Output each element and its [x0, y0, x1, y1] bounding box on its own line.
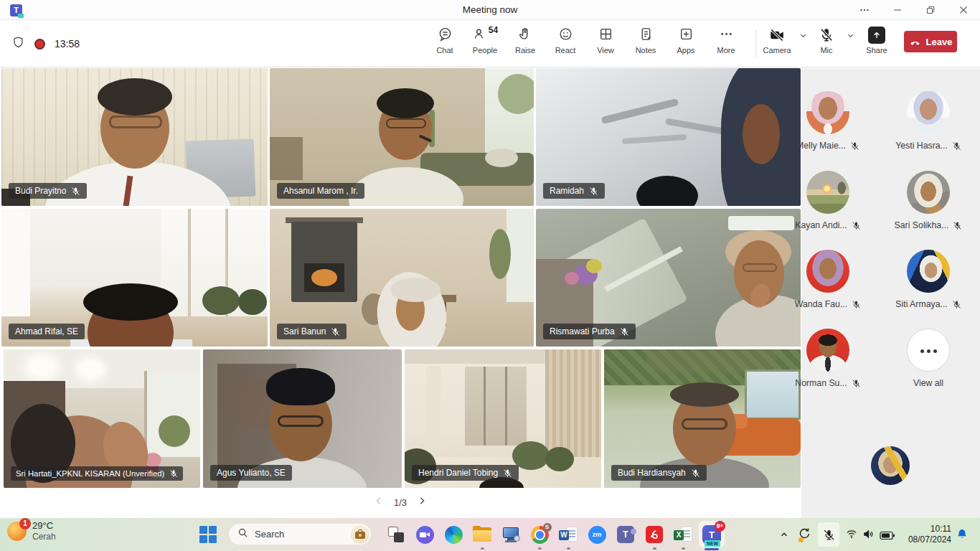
people-icon: 54 — [472, 27, 498, 44]
mic-off-icon — [331, 327, 340, 336]
video-tile[interactable]: Sari Banun — [270, 209, 534, 347]
previous-page-chevron[interactable] — [374, 496, 384, 509]
tray-clock[interactable]: 10:11 08/07/2024 — [900, 524, 951, 545]
mic-off-icon — [852, 221, 861, 230]
tray-date: 08/07/2024 — [900, 534, 951, 545]
apps-button[interactable]: Apps — [666, 27, 706, 55]
mic-off-icon — [589, 187, 598, 196]
notes-button[interactable]: Notes — [626, 27, 666, 55]
participant[interactable]: Kayan Andi... — [788, 171, 867, 230]
chat-icon — [438, 27, 453, 44]
window-title: Meeting now — [0, 4, 980, 15]
video-tile[interactable]: Budi Prayitno — [1, 68, 268, 206]
participant[interactable]: Norman Su... — [788, 329, 867, 388]
meeting-toolbar: 13:58 Chat 54 People Raise — [0, 20, 980, 67]
more-ellipsis-icon — [719, 27, 734, 44]
titlebar-more-icon[interactable] — [848, 0, 881, 20]
mic-off-icon — [691, 468, 700, 478]
mic-off-icon — [169, 469, 178, 478]
tray-battery-icon[interactable] — [880, 530, 895, 543]
recording-indicator-icon — [34, 39, 45, 50]
grid-pagination: 1/3 — [0, 489, 801, 515]
mic-off-icon — [852, 300, 861, 309]
share-arrow-icon — [868, 27, 885, 44]
participant[interactable]: Wanda Fau... — [788, 250, 867, 309]
page-indicator: 1/3 — [394, 497, 407, 508]
participant[interactable]: Melly Maie... — [788, 91, 867, 151]
avatar — [806, 171, 849, 214]
video-tile[interactable]: Ahmad Rifai, SE — [1, 209, 268, 347]
hangup-phone-icon — [909, 36, 921, 48]
mic-off-icon — [850, 141, 859, 151]
participant[interactable]: Yesti Hasra... — [889, 91, 968, 151]
view-all-ellipsis-icon — [907, 329, 950, 372]
avatar — [806, 329, 849, 372]
camera-button[interactable]: Camera — [760, 27, 793, 55]
next-page-chevron[interactable] — [417, 496, 427, 509]
mic-button[interactable]: Mic — [812, 27, 841, 55]
mic-off-icon — [819, 27, 834, 44]
tray-time: 10:11 — [900, 524, 951, 534]
tray-chevron-up-icon[interactable] — [779, 529, 789, 542]
mic-options-chevron[interactable] — [841, 27, 859, 44]
avatar — [806, 250, 849, 293]
self-video-avatar[interactable] — [871, 446, 910, 485]
camera-options-chevron[interactable] — [793, 27, 812, 44]
avatar — [907, 171, 950, 214]
mic-off-icon — [952, 141, 961, 151]
mic-off-icon — [620, 327, 629, 336]
mic-off-icon — [952, 300, 961, 309]
mic-off-icon — [953, 221, 962, 230]
chat-button[interactable]: Chat — [425, 27, 465, 55]
titlebar: T Meeting now — [0, 0, 980, 20]
camera-off-icon — [769, 27, 785, 44]
avatar — [907, 91, 950, 134]
avatar — [806, 91, 849, 134]
mic-off-icon — [71, 187, 80, 196]
people-button[interactable]: 54 People — [465, 27, 505, 55]
teams-meeting-window: T Meeting now 13:58 — [0, 0, 980, 551]
video-tile[interactable]: Rismawati Purba — [536, 209, 801, 347]
share-button[interactable]: Share — [859, 27, 894, 55]
apps-plus-icon — [679, 27, 694, 44]
windows-taskbar: 1 29°C Cerah Search S W zm T X — [0, 518, 980, 551]
security-shield-icon[interactable] — [11, 36, 25, 52]
notes-icon — [639, 27, 654, 44]
tray-sync-icon[interactable] — [798, 527, 811, 543]
video-tile[interactable]: Agus Yulianto, SE — [203, 349, 402, 488]
avatar — [907, 250, 950, 293]
tray-mic-muted-icon[interactable] — [818, 522, 839, 547]
mic-off-icon — [503, 468, 512, 478]
restore-button[interactable] — [914, 0, 947, 20]
tray-wifi-icon[interactable] — [845, 528, 858, 542]
react-smiley-icon — [558, 27, 573, 44]
minimize-button[interactable] — [881, 0, 914, 20]
meeting-timer: 13:58 — [55, 38, 80, 50]
more-button[interactable]: More — [706, 27, 746, 55]
video-tile[interactable]: Hendri Daniel Tobing — [405, 349, 601, 488]
video-tile[interactable]: Budi Hardiansyah — [604, 349, 801, 488]
tray-speaker-icon[interactable] — [862, 529, 875, 542]
raise-hand-icon — [518, 27, 533, 44]
leave-button[interactable]: Leave — [904, 31, 957, 52]
react-button[interactable]: React — [545, 27, 585, 55]
raise-hand-button[interactable]: Raise — [505, 27, 545, 55]
participant[interactable]: Siti Armaya... — [889, 250, 968, 309]
participants-sidebar: Melly Maie... Yesti Hasra... Kayan Andi.… — [801, 68, 980, 518]
tray-notification-bell-icon[interactable] — [956, 528, 968, 543]
people-count: 54 — [489, 25, 498, 35]
close-button[interactable] — [947, 0, 980, 20]
mic-off-icon — [852, 379, 861, 388]
video-tile[interactable]: Ahsanul Marom , Ir. — [270, 68, 534, 206]
video-tile[interactable]: Sri Hartati_KPKNL KISARAN (Unverified) — [4, 349, 200, 488]
video-tile[interactable]: Ramidah — [536, 68, 801, 206]
participant[interactable]: Sari Solikha... — [889, 171, 968, 230]
view-grid-icon — [598, 27, 613, 44]
view-all-button[interactable]: View all — [889, 329, 968, 388]
view-button[interactable]: View — [585, 27, 626, 55]
